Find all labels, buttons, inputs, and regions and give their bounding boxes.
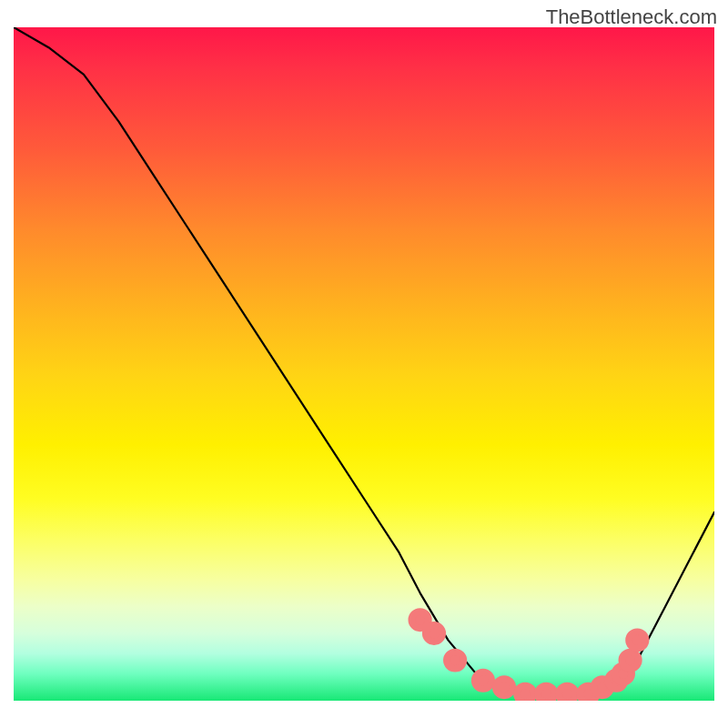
chart-container [0,0,728,728]
watermark-text: TheBottleneck.com [546,5,717,29]
marker-point [496,679,512,696]
marker-group [411,612,645,701]
chart-svg [14,27,714,701]
marker-point [447,652,463,669]
bottleneck-curve [14,27,714,694]
marker-point [517,685,533,701]
marker-point [622,652,638,669]
marker-point [426,625,442,642]
marker-point [538,685,554,701]
marker-point [629,632,645,649]
marker-point [559,685,575,701]
marker-point [475,672,491,690]
